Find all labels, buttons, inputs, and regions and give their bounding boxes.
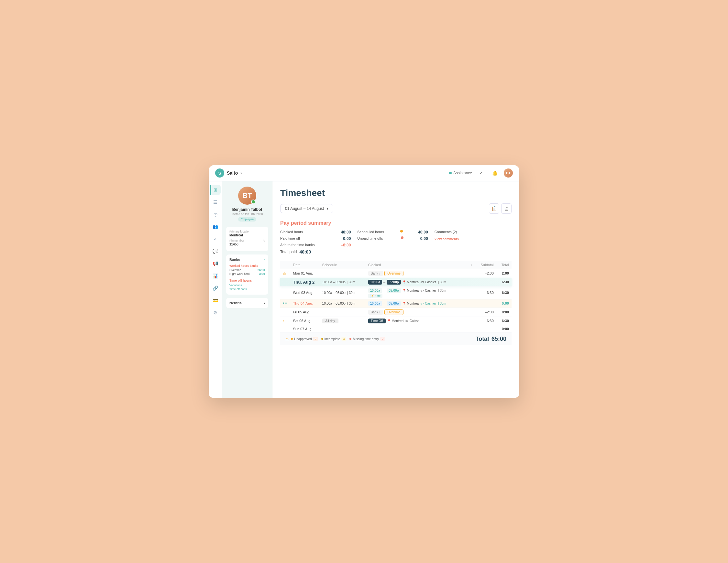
assistance-button[interactable]: Assistance [449,171,472,175]
paid-time-off-row: Paid time off 0:00 [280,237,357,241]
app-dropdown-icon[interactable]: ▾ [240,171,242,175]
bank-tag: Bank ↓ [368,271,383,276]
user-avatar[interactable]: BT [504,169,513,178]
overtime-tag: Overtime [384,309,403,315]
missing-badge: Missing time entry 2 [349,337,385,341]
missing-label: Missing time entry [353,337,379,341]
banks-arrow[interactable]: › [264,258,265,261]
total-paid-value: 40:00 [299,249,311,255]
break-tag: ‖ 30m [437,302,446,305]
row-total: 0:00 [496,307,512,316]
date-range-label: 01 August – 14 August [285,206,324,211]
start-time-tag: 10:00a [368,288,382,293]
dropdown-chevron: ▾ [326,206,328,211]
profile-invited-date: Invited on feb. 4th, 2020 [232,213,263,216]
location-info-card: Primary location Montreal Pin number 114… [226,227,268,251]
time-off-bank-item: Time off bank [229,287,265,291]
notifications-button[interactable]: 🔔 [490,169,499,178]
location-tag: 📍 Montreal [387,319,404,323]
table-row-current: Thu. Aug 2 10:00a – 05:00p ‖ 30m 10:00a … [280,278,512,286]
sidebar-item-billing[interactable]: 💳 [210,295,221,305]
row-schedule: 10:00a – 05:00p ‖ 30m [320,299,366,307]
row-schedule [320,269,366,278]
scheduled-warning-dot [400,230,403,233]
add-banks-row: Add to the time banks –8:00 [280,243,357,248]
main-content: Timesheet 01 August – 14 August ▾ 📋 🖨 Pa… [272,182,519,398]
top-bar: S Salto ▾ Assistance ✓ 🔔 BT [209,165,519,182]
note-tag: 📝 Note [368,293,383,298]
date-actions: 📋 🖨 [489,204,512,214]
row-clocked-current: 10:00a – 05:00p 📍 Montreal 🏷 Cashier ‖ 3… [366,278,474,286]
sidebar-item-tasks[interactable]: ✓ [210,234,221,244]
th-total: Total [496,261,512,269]
clocked-hours-row: Clocked hours 48:00 [280,230,357,235]
main-layout: ⊞ ☰ ◷ 👥 ✓ 💬 📢 📊 🔗 💳 ⚙ BT [209,182,519,398]
pin-value: 11450 [229,243,244,246]
edit-icon[interactable]: ✎ [262,239,265,243]
timeoff-tag: Time Off [368,318,386,323]
row-subtotal: 6:30 [474,286,496,299]
dots-indicator: ••• [283,301,288,305]
time-off-title: Time off hours [229,279,265,282]
sidebar-item-integrations[interactable]: 🔗 [210,283,221,293]
unapproved-label: Unapproved [294,337,312,341]
row-total: 6:30 [496,316,512,325]
missing-dot [349,338,351,340]
break-tag: ‖ 30m [437,289,446,292]
missing-count: 2 [380,337,385,341]
row-total-current: 6:30 [496,278,512,286]
banks-card: Banks › Worked hours banks Overtime 26:5… [226,255,268,294]
unpaid-time-off-row: Unpaid time offs 0:00 [357,237,434,241]
job-tag: 🏷 Caisse [405,319,419,323]
row-clocked [366,325,474,332]
sidebar-item-announce[interactable]: 📢 [210,259,221,269]
print-action-btn[interactable]: 🖨 [501,204,512,214]
table-row: ••• Thu 04 Aug. 10:00a – 05:00p ‖ 30m 10… [280,299,512,307]
row-schedule: All day [320,316,366,325]
incomplete-count: 4 [341,337,346,341]
bottom-bar: ⚠ Unapproved 2 Incomplete 4 [280,333,512,345]
sidebar-item-reports[interactable]: 📊 [210,271,221,281]
unapproved-count: 2 [313,337,318,341]
th-date: Date [291,261,320,269]
sidebar-item-home[interactable]: ⊞ [210,185,221,195]
th-schedule: Schedule [320,261,366,269]
clocked-col-arrow[interactable]: ‹ [470,263,472,267]
row-date: Sat 06 Aug. [291,316,320,325]
night-work-value: 3:30 [259,272,265,276]
th-clocked: Clocked ‹ [366,261,474,269]
date-range-dropdown[interactable]: 01 August – 14 August ▾ [280,204,333,213]
clocked-hours-value: 48:00 [341,230,351,235]
row-clocked: Bank ↑ Overtime [366,307,474,316]
sidebar-item-settings[interactable]: ⚙ [210,307,221,318]
overtime-value: 26:50 [258,269,265,272]
row-subtotal: 6:30 [474,316,496,325]
page-title: Timesheet [280,188,512,198]
row-clocked: 10:00a – 05:00p 📍 Montreal 🏷 Cashier ‖ 3… [366,299,474,307]
table-row: ⚠ Mon 01 Aug. Bank ↓ Overtime –2:00 2:00 [280,269,512,278]
calendar-action-btn[interactable]: 📋 [489,204,499,214]
paid-time-off-value: 0:00 [343,237,351,241]
nethris-card[interactable]: Nethris › [226,298,268,308]
row-subtotal-current [474,278,496,286]
total-paid-row: Total paid 40:00 [280,249,357,255]
unapproved-badge: Unapproved 2 [291,337,318,341]
profile-name: Benjamin Talbot [232,207,262,212]
summary-grid: Clocked hours 48:00 Paid time off 0:00 A… [280,230,512,255]
nethris-label: Nethris [229,301,242,305]
sidebar-item-people[interactable]: 👥 [210,222,221,232]
overtime-label: Overtime [229,269,241,272]
unapproved-dot [291,338,293,340]
row-total: 2:00 [496,269,512,278]
row-date: Fri 05 Aug. [291,307,320,316]
sidebar-item-list[interactable]: ☰ [210,197,221,207]
vacations-item: Vacations [229,283,265,287]
bottom-warning-icon: ⚠ [285,337,289,341]
sidebar-item-messages[interactable]: 💬 [210,246,221,257]
scheduled-hours-row: Scheduled hours 40:00 [357,230,434,235]
location-tag: 📍 Montreal [402,289,420,292]
sidebar-item-time[interactable]: ◷ [210,209,221,220]
check-button[interactable]: ✓ [477,169,486,178]
row-clocked: Time Off 📍 Montreal 🏷 Caisse [366,316,474,325]
view-comments-link[interactable]: View comments [435,237,459,241]
